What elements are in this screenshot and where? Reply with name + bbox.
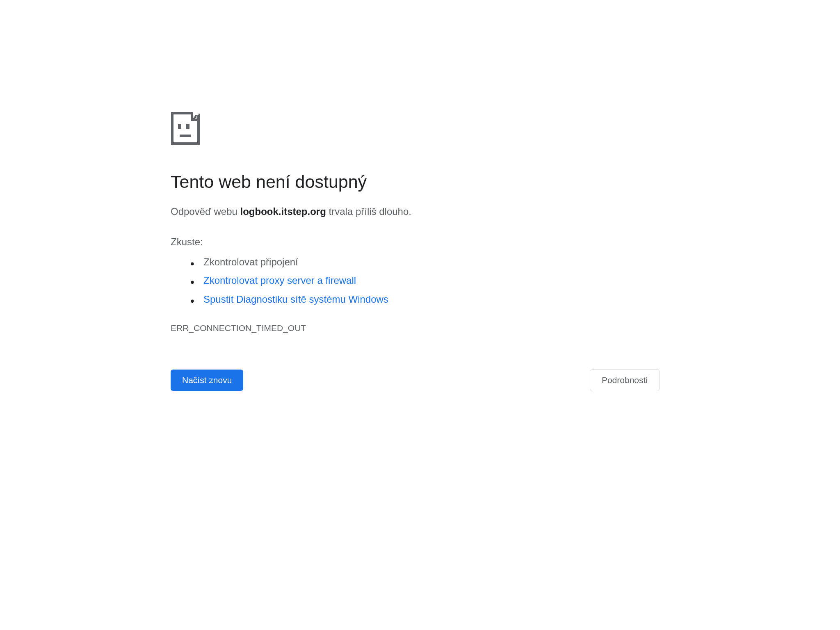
details-button[interactable]: Podrobnosti — [590, 369, 660, 391]
button-row: Načíst znovu Podrobnosti — [171, 369, 660, 391]
message-suffix: trvala příliš dlouho. — [326, 206, 411, 217]
try-label: Zkuste: — [171, 236, 660, 248]
icon-wrapper — [171, 112, 660, 145]
svg-rect-1 — [186, 124, 189, 129]
suggestions-list: Zkontrolovat připojení Zkontrolovat prox… — [171, 253, 660, 309]
page-title: Tento web není dostupný — [171, 171, 660, 193]
svg-rect-0 — [178, 124, 181, 129]
suggestion-proxy-firewall[interactable]: Zkontrolovat proxy server a firewall — [171, 271, 660, 290]
error-page-container: Tento web není dostupný Odpověď webu log… — [171, 112, 660, 391]
sad-page-icon — [171, 112, 200, 145]
suggestion-check-connection: Zkontrolovat připojení — [171, 253, 660, 272]
message-host: logbook.itstep.org — [240, 206, 326, 217]
message-prefix: Odpověď webu — [171, 206, 240, 217]
error-message: Odpověď webu logbook.itstep.org trvala p… — [171, 204, 660, 219]
error-code: ERR_CONNECTION_TIMED_OUT — [171, 323, 660, 333]
svg-rect-2 — [180, 135, 191, 137]
reload-button[interactable]: Načíst znovu — [171, 370, 243, 391]
suggestion-windows-diagnostics[interactable]: Spustit Diagnostiku sítě systému Windows — [171, 290, 660, 309]
